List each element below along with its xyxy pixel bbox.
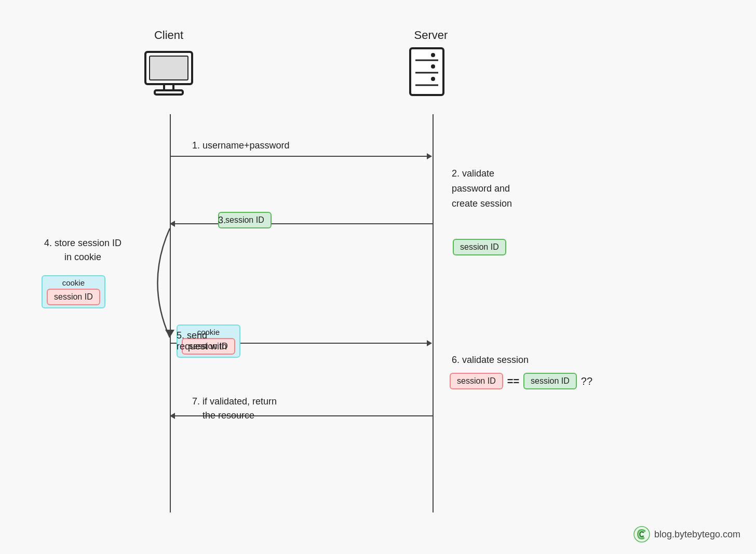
step-2-label: 2. validatepassword andcreate session	[452, 166, 512, 211]
server-label: Server	[395, 29, 467, 42]
watermark-text: blog.bytebytego.com	[654, 529, 740, 540]
curved-arrow	[140, 223, 182, 345]
arrow-3	[170, 223, 433, 224]
step-6-comparison: session ID == session ID ??	[450, 373, 592, 389]
step-5-label: 5. send request with	[177, 330, 240, 352]
session-id-pink-4: session ID	[47, 289, 100, 305]
cookie-label-4: cookie	[47, 278, 100, 287]
bytebytego-icon	[633, 526, 650, 543]
svg-rect-3	[155, 90, 183, 94]
step-3-session-badge: session ID	[218, 212, 272, 228]
client-label: Client	[132, 29, 205, 42]
equals-sign: ==	[507, 375, 519, 387]
step-4-label: 4. store session IDin cookie	[44, 236, 122, 264]
step-3-label: 3.	[218, 215, 226, 226]
svg-rect-4	[410, 48, 443, 95]
step-6-label: 6. validate session	[452, 353, 529, 367]
diagram: Client Server	[0, 0, 756, 554]
session-id-pink-compare: session ID	[450, 373, 503, 389]
arrow-1	[170, 156, 431, 157]
svg-rect-1	[150, 56, 188, 80]
svg-point-8	[431, 53, 435, 57]
svg-point-12	[634, 526, 650, 542]
server-icon	[406, 46, 448, 102]
server-session-badge: session ID	[453, 239, 506, 255]
server-vline	[433, 114, 434, 512]
step-4-cookie: cookie session ID	[42, 275, 105, 308]
cookie-box-4: cookie session ID	[42, 275, 105, 308]
step-7-label: 7. if validated, return the resource	[192, 395, 277, 423]
svg-point-9	[431, 64, 435, 69]
step-1-label: 1. username+password	[192, 140, 290, 151]
question-mark: ??	[581, 375, 592, 387]
step-3-container: 3. session ID	[218, 212, 272, 228]
svg-point-10	[431, 77, 435, 81]
svg-marker-11	[165, 330, 174, 337]
step-5-container: 5. send request with cookie session ID	[177, 325, 240, 358]
server-session-id-badge: session ID	[453, 239, 506, 255]
watermark: blog.bytebytego.com	[633, 526, 740, 543]
client-icon	[140, 47, 197, 101]
session-id-green-compare: session ID	[523, 373, 577, 389]
